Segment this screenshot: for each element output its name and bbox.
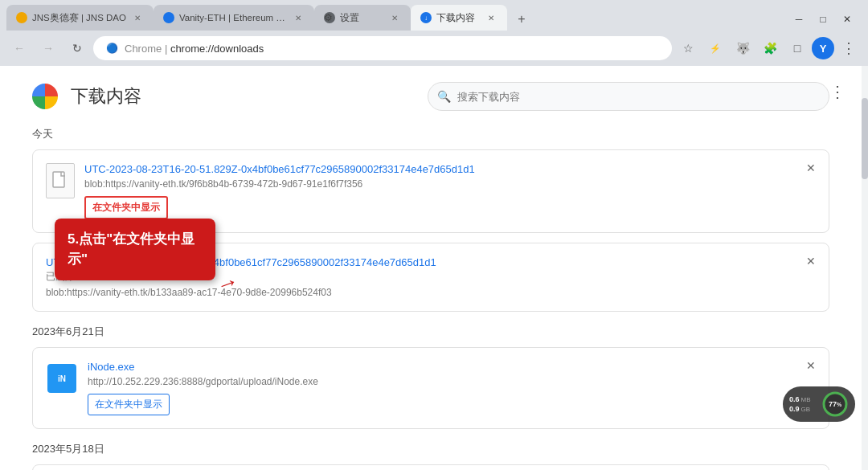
chrome-menu-button[interactable]: ⋮ <box>836 35 862 61</box>
minimize-button[interactable]: ─ <box>788 8 810 31</box>
perf-val-2: 0.9 <box>789 405 800 413</box>
perf-val-1: 0.6 <box>789 395 800 403</box>
section-header-today: 今天 <box>32 127 829 141</box>
close-download-1[interactable]: ✕ <box>803 160 819 176</box>
page-header: 下载内容 🔍 ⋮ <box>32 82 829 111</box>
address-path: chrome://downloads <box>170 43 264 55</box>
downloads-main: 下载内容 🔍 ⋮ 今天 <box>0 66 862 470</box>
download-filename-3[interactable]: iNode.exe <box>88 361 816 373</box>
wolf-extension-icon[interactable]: 🐺 <box>730 35 755 61</box>
tab-vanity[interactable]: Vanity-ETH | Ethereum vanity... ✕ <box>154 5 314 31</box>
toolbar-icons: ☆ ⚡ 🐺 🧩 □ Y ⋮ <box>675 35 862 61</box>
tab-favicon-vanity <box>163 12 174 23</box>
perf-unit-2: GB <box>801 406 811 413</box>
section-header-may: 2023年5月18日 <box>32 442 829 456</box>
address-input[interactable]: 🔵 Chrome | chrome://downloads <box>93 36 672 60</box>
perf-unit-1: MB <box>801 396 811 403</box>
profile-avatar[interactable]: Y <box>812 37 834 59</box>
chrome-logo <box>32 84 58 109</box>
search-container: 🔍 <box>428 82 829 111</box>
close-window-button[interactable]: ✕ <box>836 8 858 31</box>
tab-label-settings: 设置 <box>340 12 383 24</box>
page-title: 下载内容 <box>71 84 141 108</box>
address-protocol: Chrome <box>125 43 162 55</box>
tab-jns[interactable]: JNS奥德赛 | JNS DAO ✕ <box>6 5 154 31</box>
page-content: 下载内容 🔍 ⋮ 今天 <box>0 66 868 470</box>
download-row-3: iN iNode.exe http://10.252.229.236:8888/… <box>46 361 816 415</box>
puzzle-icon[interactable]: 🧩 <box>757 35 783 61</box>
download-card-3: iN iNode.exe http://10.252.229.236:8888/… <box>32 347 829 429</box>
download-card-4: AMS_Client_SSO.exe 已删除 https://ng4a.gmcc… <box>32 464 829 470</box>
tab-close-settings[interactable]: ✕ <box>388 11 401 24</box>
annotation-text: 5.点击"在文件夹中显示" <box>68 231 194 267</box>
perf-text: 0.6 MB 0.9 GB <box>789 395 811 413</box>
performance-widget: 0.6 MB 0.9 GB 77% <box>783 386 855 422</box>
search-input[interactable] <box>428 82 829 111</box>
address-separator: | <box>165 43 170 55</box>
tab-favicon-downloads: ↓ <box>420 12 432 23</box>
tab-downloads[interactable]: ↓ 下载内容 ✕ <box>411 5 507 31</box>
download-info-3: iNode.exe http://10.252.229.236:8888/gdp… <box>88 361 816 415</box>
address-bar: ← → ↻ 🔵 Chrome | chrome://downloads ☆ ⚡ … <box>0 31 868 66</box>
tab-label-downloads: 下载内容 <box>436 12 480 24</box>
show-in-folder-button-1[interactable]: 在文件夹中显示 <box>84 196 168 219</box>
scrollbar-track[interactable] <box>862 66 868 470</box>
reload-button[interactable]: ↻ <box>64 35 90 61</box>
perf-row-2: 0.9 GB <box>789 405 811 413</box>
tab-close-jns[interactable]: ✕ <box>131 11 144 24</box>
scrollbar-thumb[interactable] <box>862 98 868 179</box>
tab-label-vanity: Vanity-ETH | Ethereum vanity... <box>179 13 287 22</box>
close-download-3[interactable]: ✕ <box>803 358 819 374</box>
tab-close-vanity[interactable]: ✕ <box>292 11 305 24</box>
download-url-3: http://10.252.229.236:8888/gdportal/uplo… <box>88 376 816 387</box>
address-text: Chrome | chrome://downloads <box>125 43 264 55</box>
perf-row-1: 0.6 MB <box>789 395 811 403</box>
back-button[interactable]: ← <box>6 35 32 61</box>
download-url-2: blob:https://vanity-eth.tk/b133aa89-ac17… <box>46 287 816 298</box>
site-info-icon: 🔵 <box>106 43 118 54</box>
file-icon-3: iN <box>46 361 78 396</box>
show-in-folder-button-3[interactable]: 在文件夹中显示 <box>88 394 170 415</box>
perf-circle-value: 77% <box>829 401 841 408</box>
download-actions-3: 在文件夹中显示 <box>88 394 816 415</box>
more-options-button[interactable]: ⋮ <box>829 82 845 101</box>
window-controls: ─ □ ✕ <box>788 8 862 31</box>
new-tab-button[interactable]: + <box>510 8 533 31</box>
tab-favicon-jns <box>16 12 27 23</box>
download-url-1: blob:https://vanity-eth.tk/9f6b8b4b-6739… <box>84 178 816 190</box>
tab-settings[interactable]: ⚙ 设置 ✕ <box>314 5 411 31</box>
tab-bar: JNS奥德赛 | JNS DAO ✕ Vanity-ETH | Ethereum… <box>0 0 868 31</box>
performance-icon[interactable]: ⚡ <box>702 35 728 61</box>
close-download-2[interactable]: ✕ <box>803 253 819 269</box>
perf-circle: 77% <box>821 390 849 418</box>
tab-favicon-settings: ⚙ <box>324 12 335 23</box>
tab-label-jns: JNS奥德赛 | JNS DAO <box>32 12 126 24</box>
download-filename-1[interactable]: UTC-2023-08-23T16-20-51.829Z-0x4bf0be61c… <box>84 163 816 175</box>
download-actions-1: 在文件夹中显示 <box>84 196 816 219</box>
file-icon-1 <box>46 163 75 198</box>
maximize-button[interactable]: □ <box>812 8 834 31</box>
download-info-1: UTC-2023-08-23T16-20-51.829Z-0x4bf0be61c… <box>84 163 816 219</box>
svg-rect-0 <box>53 172 64 187</box>
browser-frame: JNS奥德赛 | JNS DAO ✕ Vanity-ETH | Ethereum… <box>0 0 868 470</box>
forward-button[interactable]: → <box>35 35 61 61</box>
tab-close-downloads[interactable]: ✕ <box>485 11 497 24</box>
annotation-box: 5.点击"在文件夹中显示" <box>55 219 215 280</box>
browser-icon[interactable]: □ <box>784 35 810 61</box>
section-header-jun: 2023年6月21日 <box>32 325 829 339</box>
bookmark-button[interactable]: ☆ <box>675 35 701 61</box>
search-icon: 🔍 <box>437 90 451 103</box>
download-row-1: UTC-2023-08-23T16-20-51.829Z-0x4bf0be61c… <box>46 163 816 219</box>
